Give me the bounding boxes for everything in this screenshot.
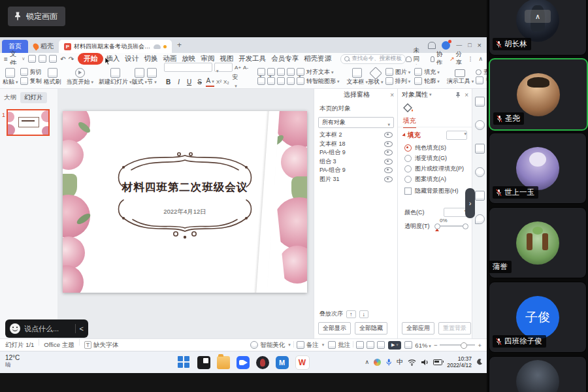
pin-icon[interactable] <box>455 92 461 98</box>
numbering-icon[interactable] <box>267 68 275 76</box>
participant-tile[interactable]: 蒲誉 <box>489 207 587 278</box>
title-block[interactable]: 材料四班第二次班级会议 2022年4月12日 <box>100 145 270 250</box>
notes-button[interactable]: 备注 <box>297 341 325 350</box>
tab-document[interactable]: P 材料四班期末备考动员班会.pptx <box>59 40 172 53</box>
zoom-slider-knob[interactable] <box>461 342 467 349</box>
wifi-icon[interactable] <box>408 359 416 366</box>
slides-tab[interactable]: 幻灯片 <box>20 92 47 103</box>
align-right-icon[interactable] <box>277 77 285 85</box>
file-explorer-icon[interactable] <box>217 356 230 369</box>
visibility-eye-icon[interactable] <box>384 132 393 138</box>
align-left-icon[interactable] <box>257 77 265 85</box>
missing-fonts-button[interactable]: T 缺失字体 <box>84 341 119 350</box>
reading-view-icon[interactable] <box>377 341 385 349</box>
align-center-icon[interactable] <box>267 77 275 85</box>
wps-app-icon[interactable]: W <box>295 355 310 370</box>
emoji-icon[interactable] <box>10 323 20 334</box>
lock-screen-button[interactable]: 锁定画面 <box>8 7 65 26</box>
start-button[interactable] <box>178 356 191 369</box>
visibility-eye-icon[interactable] <box>384 159 393 165</box>
slide-thumbnail[interactable] <box>7 109 50 136</box>
collapse-ribbon-icon[interactable]: ∧ <box>478 56 483 62</box>
superscript-button[interactable]: X² <box>216 79 221 85</box>
play-from-current-button[interactable]: 当页开始 <box>67 66 94 87</box>
show-all-button[interactable]: 全部显示 <box>318 322 351 335</box>
music-app-icon[interactable] <box>256 356 269 369</box>
cut-button[interactable]: 剪切 <box>20 68 42 76</box>
ribbon-tab-member[interactable]: 会员专享 <box>269 54 301 64</box>
font-increase-button[interactable]: A+ <box>235 65 241 71</box>
speaker-icon[interactable] <box>421 359 429 366</box>
undo-icon[interactable]: ↶ <box>60 56 65 63</box>
apply-all-button[interactable]: 全部应用 <box>402 322 434 335</box>
fill-button[interactable]: 填充 <box>414 68 440 76</box>
hide-all-button[interactable]: 全部隐藏 <box>355 322 387 335</box>
resources-panel-icon[interactable] <box>475 144 485 154</box>
panel-expander-handle[interactable]: › <box>465 188 475 218</box>
clock[interactable]: 10:37 2022/4/12 <box>447 355 472 368</box>
paste-button[interactable]: 粘贴 <box>3 66 18 87</box>
visibility-eye-icon[interactable] <box>384 150 393 155</box>
distribute-icon[interactable] <box>297 77 304 85</box>
line-spacing-icon[interactable] <box>297 68 304 76</box>
zoom-out-button[interactable]: − <box>434 342 438 349</box>
shapes-button[interactable]: 形状 <box>368 66 384 87</box>
zoom-level[interactable]: 61% <box>415 342 431 349</box>
print-icon[interactable] <box>39 55 46 63</box>
panel-collapse-button[interactable]: ∧ <box>525 10 551 23</box>
new-slide-button[interactable]: 新建幻灯片 <box>99 66 132 87</box>
object-filter-select[interactable]: 所有对象 <box>318 117 394 128</box>
to-smartart-button[interactable]: 转智能图形 <box>306 78 340 84</box>
ribbon-tab-docer-resource[interactable]: 稻壳资源 <box>301 54 334 64</box>
layout-button[interactable]: 版式 <box>132 66 148 87</box>
properties-close-icon[interactable]: × <box>465 91 468 99</box>
visibility-eye-icon[interactable] <box>384 176 393 182</box>
strikethrough-button[interactable]: S <box>195 78 204 86</box>
print-preview-icon[interactable] <box>49 55 57 63</box>
properties-panel-icon[interactable] <box>475 97 485 106</box>
save-icon[interactable] <box>28 55 36 63</box>
zoom-in-button[interactable]: + <box>478 342 482 349</box>
menu-icon[interactable]: ≡ <box>4 56 8 63</box>
copy-button[interactable]: 复制 <box>20 77 42 85</box>
chat-input-bar[interactable]: 说点什么... < <box>5 319 88 338</box>
selection-item[interactable]: 组合 3 <box>314 157 398 167</box>
align-text-button[interactable]: 对齐文本 <box>306 69 334 75</box>
picture-fill-radio[interactable]: 图片或纹理填充(P) <box>404 165 464 173</box>
justify-icon[interactable] <box>287 77 295 85</box>
gradient-fill-radio[interactable]: 渐变填充(G) <box>404 154 447 163</box>
chat-collapse-icon[interactable]: < <box>80 325 84 333</box>
slide[interactable]: 材料四班第二次班级会议 2022年4月12日 <box>63 111 307 293</box>
zoom-slider[interactable] <box>440 342 475 348</box>
section-button[interactable]: 节 <box>147 66 157 87</box>
participant-tile[interactable]: 子俊 四班徐子俊 <box>489 282 587 353</box>
bullets-icon[interactable] <box>257 68 265 76</box>
command-search-box[interactable]: 查找命令、搜索模板 <box>340 54 406 64</box>
visibility-eye-icon[interactable] <box>384 141 393 147</box>
normal-view-icon[interactable] <box>356 341 364 349</box>
selection-item[interactable]: 图片 31 <box>314 175 398 184</box>
color-select[interactable] <box>444 208 467 217</box>
format-painter-button[interactable]: 格式刷 <box>44 66 61 87</box>
font-decrease-button[interactable]: A- <box>243 65 248 71</box>
fill-type-select[interactable] <box>446 131 467 140</box>
decrease-indent-icon[interactable] <box>277 68 285 76</box>
picture-button[interactable]: 图片 <box>385 68 411 76</box>
outline-tab[interactable]: 大纲 <box>4 93 16 102</box>
subscript-button[interactable]: X₂ <box>223 79 229 85</box>
textbox-button[interactable]: 文本框 <box>347 66 368 87</box>
bold-button[interactable]: B <box>164 78 172 86</box>
chat-placeholder[interactable]: 说点什么... <box>24 324 71 334</box>
outline-button[interactable]: 轮廓 <box>414 77 440 85</box>
selection-pane-close-icon[interactable]: × <box>390 91 394 99</box>
slide-sorter-view-icon[interactable] <box>367 341 374 349</box>
comments-button[interactable]: 批注 <box>328 341 350 350</box>
fit-window-icon[interactable] <box>404 341 412 349</box>
ime-indicator[interactable]: 中 <box>397 357 403 367</box>
smart-beautify-button[interactable]: 智能美化 <box>250 341 291 350</box>
voice-input-icon[interactable] <box>385 358 392 367</box>
text-effect-button[interactable]: 安 <box>231 73 240 90</box>
beautify-panel-icon[interactable] <box>475 120 485 130</box>
notification-moon-icon[interactable] <box>476 359 483 365</box>
solid-fill-radio[interactable]: 纯色填充(S) <box>404 144 446 152</box>
